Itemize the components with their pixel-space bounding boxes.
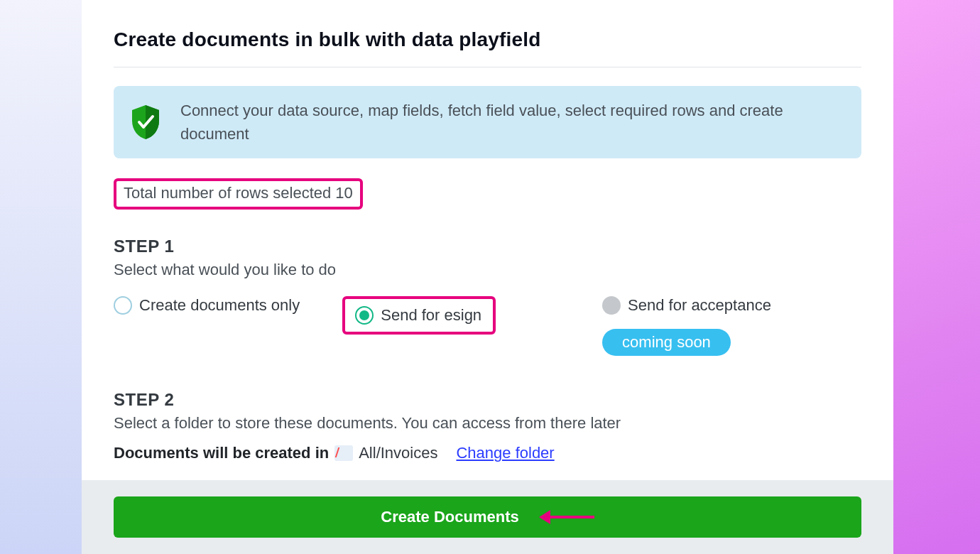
folder-icon	[334, 445, 353, 461]
folder-path: All/Invoices	[359, 444, 437, 462]
folder-lead-text: Documents will be created in	[114, 444, 329, 462]
option-send-for-esign[interactable]: Send for esign	[355, 306, 481, 325]
option-send-for-esign-highlight: Send for esign	[342, 296, 496, 335]
rows-selected-text: Total number of rows selected 10	[124, 184, 353, 202]
shield-check-icon	[129, 104, 162, 141]
step-1-options: Create documents only Send for esign Sen…	[114, 296, 861, 356]
step-2-block: STEP 2 Select a folder to store these do…	[114, 390, 861, 462]
coming-soon-badge: coming soon	[602, 329, 731, 356]
create-documents-button[interactable]: Create Documents	[114, 496, 861, 538]
bg-gradient-left	[0, 0, 82, 554]
step-2-label: STEP 2	[114, 390, 861, 410]
annotation-arrow-icon	[539, 512, 594, 522]
content-area: Create documents in bulk with data playf…	[82, 0, 893, 462]
option-label: Send for esign	[381, 306, 481, 325]
option-send-for-acceptance: Send for acceptance coming soon	[602, 296, 771, 356]
step-1-block: STEP 1 Select what would you like to do …	[114, 237, 861, 356]
radio-icon	[114, 296, 132, 315]
step-2-subtitle: Select a folder to store these documents…	[114, 414, 861, 433]
option-label: Send for acceptance	[628, 296, 771, 315]
option-label: Create documents only	[139, 296, 300, 315]
info-banner-text: Connect your data source, map fields, fe…	[180, 99, 846, 146]
step-1-label: STEP 1	[114, 237, 861, 256]
page-title: Create documents in bulk with data playf…	[114, 28, 861, 67]
radio-icon	[355, 306, 374, 325]
footer-bar: Create Documents	[82, 480, 893, 554]
info-banner: Connect your data source, map fields, fe…	[114, 86, 861, 158]
folder-destination-line: Documents will be created in All/Invoice…	[114, 444, 861, 462]
step-1-subtitle: Select what would you like to do	[114, 261, 861, 279]
bg-gradient-right	[893, 0, 980, 554]
radio-icon	[602, 296, 621, 315]
create-documents-label: Create Documents	[381, 508, 518, 526]
change-folder-link[interactable]: Change folder	[456, 444, 554, 462]
main-panel: Create documents in bulk with data playf…	[82, 0, 893, 554]
rows-selected-highlight: Total number of rows selected 10	[114, 178, 363, 210]
option-create-documents-only[interactable]: Create documents only	[114, 296, 300, 315]
